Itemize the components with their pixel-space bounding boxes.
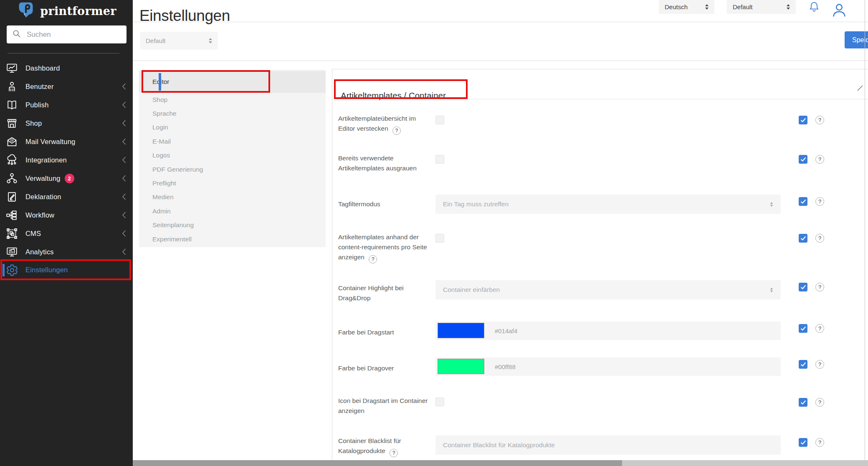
chevron-left-icon [122, 157, 126, 164]
gear-icon [5, 264, 18, 276]
tab-label: Shop [152, 96, 167, 104]
notifications-bell-icon[interactable] [808, 1, 820, 15]
notification-badge: 2 [65, 174, 74, 183]
logo[interactable]: printformer [0, 1, 133, 21]
help-icon[interactable]: ? [815, 438, 824, 447]
chevron-left-icon [122, 138, 126, 145]
help-icon[interactable]: ? [392, 127, 401, 135]
chevron-left-icon [122, 101, 126, 109]
help-icon[interactable]: ? [815, 324, 824, 333]
search-input[interactable] [26, 30, 121, 39]
mail-icon: @ [5, 136, 18, 148]
help-icon[interactable]: ? [815, 283, 824, 291]
container-highlight-select[interactable]: Container einfärben [435, 280, 781, 299]
dragover-color-field: #00ff88 [435, 357, 781, 376]
sidebar-item-einstellungen[interactable]: Einstellungen [0, 260, 133, 280]
tab-login[interactable]: Login [139, 121, 326, 134]
search-icon [12, 29, 21, 40]
tab-pdf-generierung[interactable]: PDF Generierung [139, 162, 326, 176]
sidebar-item-shop[interactable]: Shop [0, 114, 133, 132]
book-icon [5, 99, 18, 111]
vertical-scrollbar-track[interactable] [865, 0, 865, 466]
checkbox-artikeltemplateuebersicht[interactable] [435, 116, 444, 124]
field-enabled-checkbox[interactable] [799, 438, 807, 447]
tab-editor[interactable]: Editor [139, 71, 326, 93]
tab-label: PDF Generierung [152, 166, 203, 173]
sidebar-item-label: Shop [25, 119, 42, 127]
tab-admin[interactable]: Admin [139, 204, 326, 218]
help-icon[interactable]: ? [815, 197, 824, 206]
field-enabled-checkbox[interactable] [799, 398, 807, 407]
chevron-left-icon [122, 83, 126, 90]
user-account-icon[interactable] [831, 3, 848, 18]
sidebar-item-mail-verwaltung[interactable]: @ Mail Verwaltung [0, 132, 133, 151]
sidebar-divider [8, 53, 119, 53]
sidebar-item-cms[interactable]: CMS [0, 224, 133, 243]
sidebar-item-dashboard[interactable]: Dashboard [0, 59, 133, 77]
tab-label: Sprache [152, 110, 177, 117]
color-swatch[interactable] [438, 359, 484, 374]
help-icon[interactable]: ? [815, 398, 824, 407]
tab-email[interactable]: E-Mail [139, 134, 326, 148]
tagfiltermodus-select[interactable]: Ein Tag muss zutreffen [435, 195, 781, 214]
field-enabled-checkbox[interactable] [799, 283, 807, 291]
sidebar-item-deklaration[interactable]: Deklaration [0, 187, 133, 206]
sidebar-item-publish[interactable]: Publish [0, 96, 133, 114]
analytics-icon [5, 246, 18, 258]
checkbox-content-requirements[interactable] [435, 234, 444, 243]
tab-label: Seitenplanung [152, 221, 194, 229]
app-root: printformer Dashboard Benut [0, 0, 868, 466]
sidebar-item-analytics[interactable]: Analytics [0, 243, 133, 261]
help-icon[interactable]: ? [815, 155, 824, 164]
tab-experimentell[interactable]: Experimentell [139, 232, 326, 246]
settings-tabs: Editor Shop Sprache Login E-Mail Logos P… [139, 70, 326, 247]
printformer-logo-icon [16, 1, 35, 21]
dashboard-icon [5, 62, 18, 74]
checkbox-artikeltemplates-ausgrauen[interactable] [435, 155, 444, 164]
svg-text:@: @ [10, 137, 14, 142]
field-enabled-checkbox[interactable] [799, 116, 807, 124]
horizontal-scrollbar-thumb[interactable] [133, 460, 622, 466]
field-enabled-checkbox[interactable] [799, 360, 807, 369]
horizontal-scrollbar-track[interactable] [133, 460, 868, 466]
help-icon[interactable]: ? [815, 360, 824, 369]
profile-select[interactable]: Default [727, 0, 796, 14]
help-icon[interactable]: ? [815, 234, 824, 243]
help-icon[interactable]: ? [390, 449, 398, 457]
tab-logos[interactable]: Logos [139, 149, 326, 162]
field-label: Farbe bei Dragover [338, 363, 430, 373]
settings-scope-select[interactable]: Default [140, 32, 218, 50]
field-enabled-checkbox[interactable] [799, 155, 807, 164]
page-title: Einstellungen [139, 7, 230, 25]
sidebar-item-label: Einstellungen [25, 266, 68, 274]
color-hex-value: #00ff88 [495, 357, 516, 376]
field-label: Tagfiltermodus [338, 199, 430, 209]
container-blacklist-input[interactable] [435, 436, 781, 455]
tab-seitenplanung[interactable]: Seitenplanung [139, 218, 326, 232]
language-select[interactable]: Deutsch [659, 0, 714, 14]
field-enabled-checkbox[interactable] [799, 324, 807, 333]
cms-icon [5, 228, 18, 240]
field-enabled-checkbox[interactable] [799, 234, 807, 243]
sidebar-item-integrationen[interactable]: Integrationen [0, 151, 133, 169]
sidebar-item-label: Workflow [25, 211, 54, 219]
toolbar-divider [133, 61, 868, 61]
sidebar-item-verwaltung[interactable]: Verwaltung 2 [0, 169, 133, 187]
sidebar-item-workflow[interactable]: Workflow [0, 206, 133, 224]
tab-medien[interactable]: Medien [139, 190, 326, 204]
select-arrows-icon [209, 38, 212, 43]
field-enabled-checkbox[interactable] [799, 197, 807, 206]
chevron-left-icon [122, 248, 126, 256]
checkbox-icon-bei-dragstart[interactable] [435, 398, 444, 406]
tab-shop[interactable]: Shop [139, 93, 326, 106]
tab-preflight[interactable]: Preflight [139, 176, 326, 190]
color-swatch[interactable] [438, 323, 484, 338]
select-arrows-icon [770, 202, 773, 206]
tab-sprache[interactable]: Sprache [139, 106, 326, 120]
sidebar-item-label: Integrationen [25, 156, 67, 164]
sidebar-item-benutzer[interactable]: Benutzer [0, 77, 133, 96]
sidebar-item-label: Mail Verwaltung [25, 138, 75, 146]
help-icon[interactable]: ? [369, 255, 377, 263]
help-icon[interactable]: ? [815, 116, 824, 124]
sidebar-item-label: Benutzer [25, 83, 54, 91]
